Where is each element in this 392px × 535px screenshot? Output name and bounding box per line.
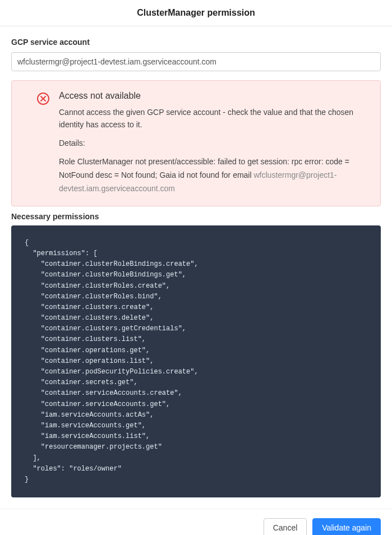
dialog-footer: Cancel Validate again xyxy=(0,509,392,535)
service-account-label: GCP service account xyxy=(11,38,381,47)
alert-message: Cannot access the given GCP service acco… xyxy=(59,107,369,131)
alert-details-text: Role ClusterManager not present/accessib… xyxy=(59,155,369,195)
alert-details-label: Details: xyxy=(59,139,369,147)
service-account-input[interactable] xyxy=(11,52,381,71)
dialog-title: ClusterManager permission xyxy=(11,8,381,18)
validate-again-button[interactable]: Validate again xyxy=(312,518,381,535)
dialog-header: ClusterManager permission xyxy=(0,0,392,26)
permissions-label: Necessary permissions xyxy=(11,212,381,221)
cancel-button[interactable]: Cancel xyxy=(264,518,307,535)
error-alert: Access not available Cannot access the g… xyxy=(11,80,381,206)
permissions-code: { "permissions": [ "container.clusterRol… xyxy=(11,225,381,497)
error-icon xyxy=(36,92,50,105)
dialog-body: GCP service account Access not available… xyxy=(0,26,392,509)
alert-title: Access not available xyxy=(59,91,369,101)
